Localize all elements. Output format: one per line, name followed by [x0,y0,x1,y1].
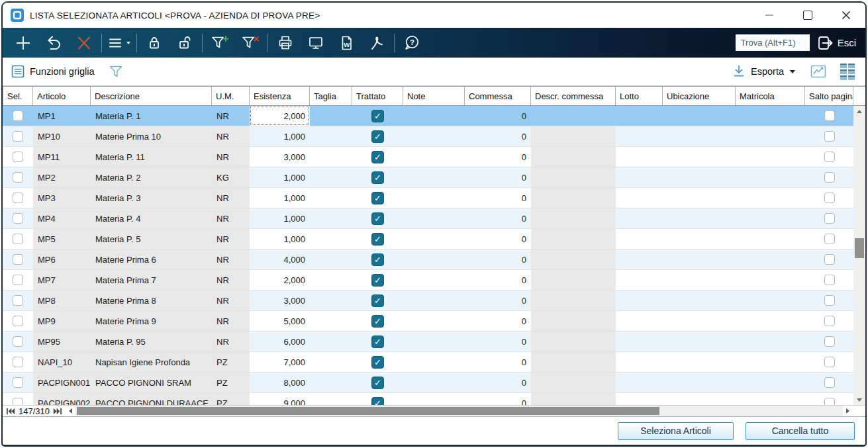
word-export-button[interactable]: W [331,31,362,55]
row-select-checkbox[interactable] [13,172,23,183]
cell-descrizione[interactable]: PACCO PIGNONI SRAM [91,373,212,392]
undo-button[interactable] [38,31,69,55]
column-header-taglia[interactable]: Taglia [310,87,352,105]
cell-ubicazione[interactable] [663,147,736,167]
cell-taglia[interactable] [310,147,352,167]
trattato-checkbox[interactable]: ✓ [371,110,384,122]
cell-commessa[interactable]: 0 [465,393,531,405]
cell-articolo[interactable]: NAPI_10 [33,352,91,372]
trattato-checkbox[interactable]: ✓ [371,336,384,348]
funzioni-griglia-button[interactable]: Funzioni griglia [11,64,95,79]
salto-pagina-checkbox[interactable] [824,234,835,244]
cell-taglia[interactable] [310,311,352,331]
cell-descr_commessa[interactable] [531,291,616,310]
cell-descr_commessa[interactable] [531,373,616,392]
cell-commessa[interactable]: 0 [465,106,531,126]
trattato-checkbox[interactable]: ✓ [371,356,384,369]
cell-lotto[interactable] [616,147,663,167]
cell-descrizione[interactable]: Materie Prima 6 [91,249,212,269]
cell-commessa[interactable]: 0 [465,352,531,372]
cell-ubicazione[interactable] [663,393,736,405]
cell-esistenza[interactable]: 8,000 [250,373,310,392]
cell-um[interactable]: NR [212,270,250,290]
cell-ubicazione[interactable] [663,249,736,269]
cell-taglia[interactable] [310,167,352,187]
cell-taglia[interactable] [310,270,352,290]
first-record-button[interactable] [6,408,15,415]
cell-matricola[interactable] [736,167,805,187]
column-header-um[interactable]: U.M. [212,87,250,105]
row-select-checkbox[interactable] [13,111,23,121]
cell-lotto[interactable] [616,167,663,187]
cell-esistenza[interactable]: 1,000 [250,229,310,249]
cell-articolo[interactable]: MP5 [33,229,91,249]
esporta-button[interactable]: Esporta [732,64,795,79]
grid-layout-button[interactable] [840,64,855,80]
cell-lotto[interactable] [616,393,663,405]
cell-esistenza[interactable]: 9,000 [250,393,310,405]
cell-um[interactable]: KG [212,167,250,187]
salto-pagina-checkbox[interactable] [824,377,835,388]
cell-note[interactable] [403,126,465,146]
delete-button[interactable] [69,31,99,55]
seleziona-articoli-button[interactable]: Seleziona Articoli [618,422,734,440]
cell-um[interactable]: NR [212,229,250,249]
trattato-checkbox[interactable]: ✓ [371,397,384,406]
cell-descrizione[interactable]: Materia P. 3 [91,188,212,208]
cell-descr_commessa[interactable] [531,393,616,405]
column-header-articolo[interactable]: Articolo [33,87,91,105]
cell-commessa[interactable]: 0 [465,311,531,331]
salto-pagina-checkbox[interactable] [824,213,835,224]
row-select-checkbox[interactable] [13,377,23,388]
cell-articolo[interactable]: MP95 [33,332,91,351]
salto-pagina-checkbox[interactable] [824,254,835,265]
cell-descr_commessa[interactable] [531,352,616,372]
cell-descrizione[interactable]: PACCO PIGNONI DURAACE [91,393,212,405]
cell-ubicazione[interactable] [663,167,736,187]
row-select-checkbox[interactable] [13,213,23,224]
row-select-checkbox[interactable] [13,275,23,285]
cell-descrizione[interactable]: Materie Prima 8 [91,291,212,310]
cell-descrizione[interactable]: Materia P. 95 [91,332,212,351]
maximize-button[interactable] [789,3,827,28]
add-button[interactable] [8,31,38,55]
salto-pagina-checkbox[interactable] [824,295,835,306]
cell-articolo[interactable]: MP10 [33,126,91,146]
cell-um[interactable]: NR [212,311,250,331]
cell-descr_commessa[interactable] [531,311,616,331]
horizontal-scrollbar[interactable] [75,406,843,416]
horizontal-scrollbar-thumb[interactable] [77,407,659,415]
cell-matricola[interactable] [736,373,805,392]
cell-ubicazione[interactable] [663,188,736,208]
cell-lotto[interactable] [616,270,663,290]
column-header-commessa[interactable]: Commessa [465,87,531,105]
cell-note[interactable] [403,147,465,167]
cell-articolo[interactable]: MP7 [33,270,91,290]
cell-taglia[interactable] [310,188,352,208]
cell-lotto[interactable] [616,229,663,249]
filter-clear-button[interactable] [235,31,265,55]
cell-descrizione[interactable]: Materia P. 5 [91,229,212,249]
find-input[interactable] [736,34,810,51]
row-select-checkbox[interactable] [13,193,23,203]
trattato-checkbox[interactable]: ✓ [371,171,384,184]
cell-descrizione[interactable]: Materia P. 4 [91,208,212,228]
cell-descrizione[interactable]: Materia Prima 7 [91,270,212,290]
cell-ubicazione[interactable] [663,126,736,146]
cell-descr_commessa[interactable] [531,167,616,187]
cell-esistenza[interactable]: 6,000 [250,332,310,351]
cell-commessa[interactable]: 0 [465,147,531,167]
cell-lotto[interactable] [616,106,663,126]
cell-lotto[interactable] [616,188,663,208]
screen-preview-button[interactable] [301,31,331,55]
cell-matricola[interactable] [736,147,805,167]
trattato-checkbox[interactable]: ✓ [371,192,384,204]
minimize-button[interactable] [750,3,789,28]
cell-matricola[interactable] [736,106,805,126]
cell-descr_commessa[interactable] [531,147,616,167]
cell-commessa[interactable]: 0 [465,229,531,249]
cell-descr_commessa[interactable] [531,332,616,351]
cell-um[interactable]: NR [212,126,250,146]
cell-taglia[interactable] [310,332,352,351]
pdf-export-button[interactable] [362,31,392,55]
